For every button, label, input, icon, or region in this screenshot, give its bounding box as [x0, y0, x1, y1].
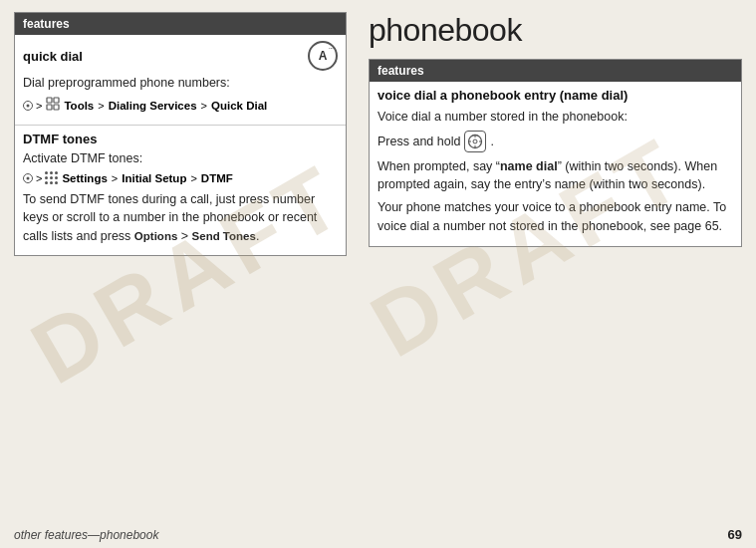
svg-rect-0	[47, 98, 52, 103]
right-feature-table: features voice dial a phonebook entry (n…	[369, 59, 742, 247]
footer-page: 69	[728, 527, 742, 542]
gt2: >	[201, 100, 207, 112]
svg-point-5	[473, 139, 477, 143]
right-column: phonebook features voice dial a phoneboo…	[359, 0, 756, 548]
quick-dial-nav-dialing: Dialing Services	[109, 100, 197, 112]
footer-text: other features—phonebook	[14, 528, 158, 542]
quick-dial-nav: > Tools > Dialing Services	[23, 96, 338, 115]
left-table-body: quick dial A ··· Dial preprogrammed phon…	[15, 35, 346, 255]
left-table-header: features	[15, 13, 346, 35]
page-title: phonebook	[369, 12, 742, 49]
voice-dial-desc1: Voice dial a number stored in the phoneb…	[378, 108, 733, 126]
quick-dial-desc: Dial preprogrammed phone numbers:	[23, 74, 338, 92]
quick-dial-label: quick dial	[23, 49, 83, 64]
period-after-icon: .	[490, 135, 493, 148]
dtmf-row: DTMF tones Activate DTMF tones: >	[15, 125, 346, 255]
name-dial-bold: name dial	[500, 159, 558, 173]
voice-dial-title: voice dial a phonebook entry (name dial)	[378, 88, 733, 103]
gt-icon: >	[36, 100, 42, 112]
left-column: features quick dial A ··· Dial preprogra…	[0, 0, 359, 548]
dtmf-gt2: >	[190, 172, 196, 184]
quick-dial-title: quick dial A ···	[23, 41, 338, 71]
quick-dial-nav-tools: Tools	[64, 100, 94, 112]
dtmf-label: DTMF tones	[23, 132, 97, 146]
voice-key-icon	[464, 131, 486, 152]
dtmf-nav-dtmf: DTMF	[201, 172, 233, 184]
dtmf-nav-settings: Settings	[62, 172, 107, 184]
left-feature-table: features quick dial A ··· Dial preprogra…	[14, 12, 347, 256]
quick-dial-nav-quickdial: Quick Dial	[211, 100, 267, 112]
dtmf-nav: > Settings > Initial Setup > DT	[23, 171, 338, 185]
dtmf-gt1: >	[112, 172, 118, 184]
options-bold: Options	[134, 230, 177, 242]
svg-rect-2	[47, 105, 52, 110]
bullet-icon	[23, 101, 33, 111]
tools-icon	[45, 96, 61, 115]
press-hold-line: Press and hold .	[378, 131, 733, 152]
quick-dial-icon-dots: ···	[329, 45, 334, 51]
dtmf-desc1: Activate DTMF tones:	[23, 149, 338, 167]
send-tones-bold: Send Tones	[192, 230, 256, 242]
svg-rect-3	[54, 105, 59, 110]
quick-dial-row: quick dial A ··· Dial preprogrammed phon…	[15, 35, 346, 125]
dtmf-bullet-icon	[23, 173, 33, 183]
svg-rect-1	[54, 98, 59, 103]
dtmf-nav-initial: Initial Setup	[122, 172, 186, 184]
page-container: DRAFT DRAFT features quick dial A ··· Di…	[0, 0, 756, 548]
dtmf-title: DTMF tones	[23, 132, 338, 146]
page-footer: other features—phonebook 69	[0, 521, 756, 548]
quick-dial-icon: A ···	[308, 41, 338, 71]
right-table-header: features	[370, 60, 741, 82]
gt1: >	[98, 100, 104, 112]
dtmf-gt0: >	[36, 172, 42, 184]
settings-icon	[45, 171, 59, 185]
dtmf-desc2: To send DTMF tones during a call, just p…	[23, 190, 338, 244]
quick-dial-icon-letter: A	[319, 49, 328, 63]
press-hold-text: Press and hold	[378, 135, 460, 148]
voice-dial-your-phone: Your phone matches your voice to a phone…	[378, 198, 733, 234]
voice-dial-row: voice dial a phonebook entry (name dial)…	[370, 82, 741, 246]
voice-dial-when-prompted: When prompted, say “name dial” (within t…	[378, 157, 733, 193]
